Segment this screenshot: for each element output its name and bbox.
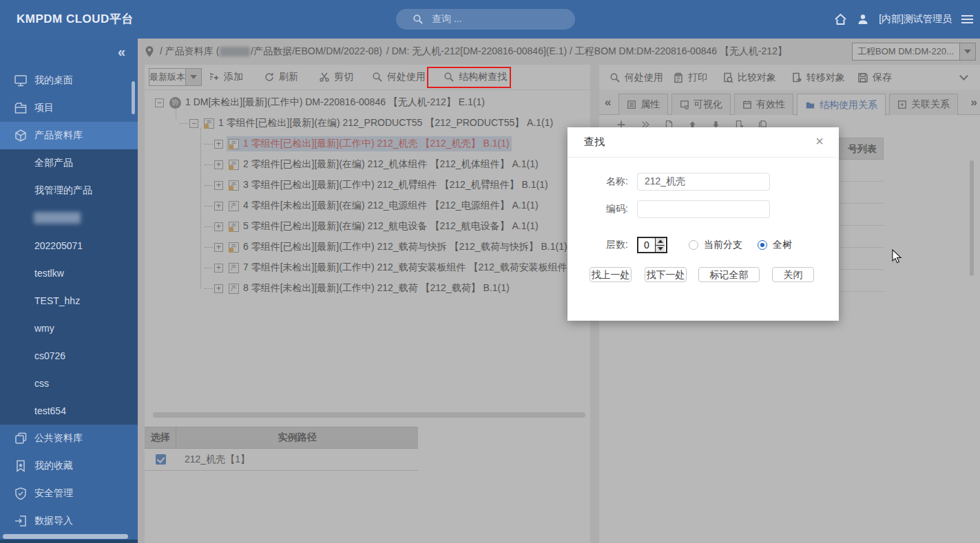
sidebar-item-TEST_hhz[interactable]: TEST_hhz xyxy=(0,287,138,315)
sidebar-item-我的桌面[interactable]: 我的桌面 xyxy=(0,67,138,94)
cube-icon xyxy=(14,129,28,142)
sidebar-item-我管理的产品[interactable]: 我管理的产品 xyxy=(0,177,138,204)
sidebar-vertical-scrollbar[interactable] xyxy=(132,81,135,114)
sidebar-item-label: wmy xyxy=(34,323,54,334)
dialog-button-关闭[interactable]: 关闭 xyxy=(772,267,814,282)
sidebar-item-全部产品[interactable]: 全部产品 xyxy=(0,149,138,177)
sidebar-item-wmy[interactable]: wmy xyxy=(0,315,138,342)
sidebar-item-数据导入[interactable]: 数据导入 xyxy=(0,507,138,535)
user-icon[interactable] xyxy=(857,13,869,25)
sidebar-item-公共资料库[interactable]: 公共资料库 xyxy=(0,425,138,452)
sidebar-item-label: test654 xyxy=(34,405,66,416)
sidebar-item-产品资料库[interactable]: 产品资料库 xyxy=(0,122,138,149)
stepper-down-icon[interactable] xyxy=(656,246,665,253)
sidebar-item-test654[interactable]: test654 xyxy=(0,397,138,425)
radio-current-branch[interactable] xyxy=(689,240,698,250)
code-label: 编码: xyxy=(567,203,628,215)
sidebar-item-label: css xyxy=(34,378,49,389)
menu-icon[interactable] xyxy=(961,13,973,25)
search-icon xyxy=(413,14,424,25)
sidebar-item-label: 全部产品 xyxy=(34,157,73,169)
sidebar-item-label: 安全管理 xyxy=(34,487,73,500)
dialog-button-找下一处[interactable]: 找下一处 xyxy=(645,267,687,282)
sidebar-horizontal-scrollbar[interactable] xyxy=(3,534,128,539)
shield-icon xyxy=(14,487,28,500)
search-placeholder: 查询 ... xyxy=(432,13,462,25)
sidebar-item-redacted[interactable] xyxy=(0,204,138,232)
bookmark-icon xyxy=(14,459,28,473)
radio-current-branch-label: 当前分支 xyxy=(704,239,742,251)
top-bar: KMPDM CLOUD平台 查询 ... [内部]测试管理员 xyxy=(0,0,980,39)
sidebar-item-label: testlkw xyxy=(34,268,64,279)
stack-icon xyxy=(14,432,28,445)
stepper-up-icon[interactable] xyxy=(656,238,665,246)
radio-full-tree-label: 全树 xyxy=(773,239,792,251)
mouse-cursor xyxy=(892,249,903,264)
sidebar-item-label: 项目 xyxy=(34,102,54,114)
levels-stepper[interactable]: 0 xyxy=(637,237,667,253)
sidebar-item-testlkw[interactable]: testlkw xyxy=(0,259,138,287)
home-icon[interactable] xyxy=(834,13,847,25)
sidebar-item-我的收藏[interactable]: 我的收藏 xyxy=(0,452,138,480)
close-icon[interactable]: × xyxy=(815,134,824,149)
import-icon xyxy=(14,514,28,528)
sidebar-item-202205071[interactable]: 202205071 xyxy=(0,232,138,259)
app-title: KMPDM CLOUD平台 xyxy=(17,0,134,39)
sidebar-item-label: 公共资料库 xyxy=(34,432,83,445)
monitor-icon xyxy=(14,74,28,87)
find-dialog-title: 查找 xyxy=(584,136,605,149)
find-dialog-header: 查找 × xyxy=(567,127,839,158)
sidebar-item-项目[interactable]: 项目 xyxy=(0,94,138,122)
dialog-button-标记全部[interactable]: 标记全部 xyxy=(698,267,760,282)
sidebar-item-label: 产品资料库 xyxy=(34,129,83,142)
sidebar-item-label: 我的收藏 xyxy=(34,460,73,472)
project-icon xyxy=(14,101,28,115)
sidebar-item-安全管理[interactable]: 安全管理 xyxy=(0,480,138,507)
levels-label: 层数: xyxy=(567,239,628,251)
name-input[interactable] xyxy=(637,173,770,191)
sidebar-item-cs0726[interactable]: cs0726 xyxy=(0,342,138,370)
levels-value: 0 xyxy=(638,238,655,252)
code-input[interactable] xyxy=(637,200,770,218)
find-dialog: 查找 × 名称: 编码: 层数: 0 当前分支 全树 找上一处找下一处标记全部关… xyxy=(567,127,839,321)
sidebar-item-label: TEST_hhz xyxy=(34,295,80,306)
sidebar-item-label: 数据导入 xyxy=(34,515,73,527)
name-label: 名称: xyxy=(567,175,628,188)
modal-overlay xyxy=(138,39,980,543)
sidebar-collapse-icon[interactable]: « xyxy=(118,44,125,60)
sidebar-item-label: 我管理的产品 xyxy=(34,184,92,197)
username[interactable]: [内部]测试管理员 xyxy=(879,13,952,25)
sidebar-item-label: 202205071 xyxy=(34,240,83,251)
global-search[interactable]: 查询 ... xyxy=(396,9,575,30)
sidebar-item-redacted-blur xyxy=(34,212,81,224)
annotation-highlight-box xyxy=(427,67,511,88)
sidebar-item-label: cs0726 xyxy=(34,350,65,361)
sidebar: « 我的桌面项目产品资料库全部产品我管理的产品202205071testlkwT… xyxy=(0,39,138,543)
sidebar-item-label: 我的桌面 xyxy=(34,74,73,87)
sidebar-item-css[interactable]: css xyxy=(0,370,138,397)
radio-full-tree[interactable] xyxy=(758,240,767,250)
sidebar-bottom-strip xyxy=(0,540,138,543)
topbar-right: [内部]测试管理员 xyxy=(834,0,973,39)
dialog-button-找上一处[interactable]: 找上一处 xyxy=(590,267,632,282)
